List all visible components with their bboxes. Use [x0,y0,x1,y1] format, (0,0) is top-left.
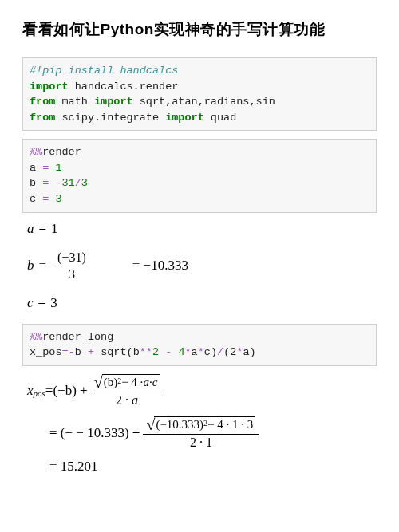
magic-prefix: %% [30,146,42,158]
var-a: a [27,221,34,237]
var-b: b [27,258,34,274]
pip-comment: #!pip install handcalcs [30,65,178,77]
fraction-numeric: √ (−10.333)2 − 4 · 1 · 3 2 · 1 [143,416,259,451]
sqrt-icon: √ (−10.333)2 − 4 · 1 · 3 [146,416,255,433]
kw-from: from [30,96,55,108]
code-cell-xpos: %%render long x_pos=-b + sqrt(b**2 - 4*a… [22,324,377,366]
final-result: = 15.201 [49,459,98,475]
sqrt-icon: √ (b)2 − 4 · a · c [94,374,160,391]
b-result: = −10.333 [132,258,188,274]
var-c: c [27,295,34,311]
math-output-vars: a = 1 b = (−31) 3 = −10.333 c = 3 [27,221,373,311]
step-numeric: = (− − 10.333) + [49,425,140,441]
fraction-symbolic: √ (b)2 − 4 · a · c 2 · a [91,374,164,408]
var-x: x [27,383,34,399]
kw-import: import [30,81,69,93]
code-cell-vars: %%render a = 1 b = -31/3 c = 3 [22,139,377,212]
math-output-xpos: xpos = (−b) + √ (b)2 − 4 · a · c 2 · a =… [27,374,373,475]
page-title: 看看如何让Python实现神奇的手写计算功能 [22,19,377,40]
code-cell-imports: #!pip install handcalcs import handcalcs… [22,57,377,131]
fraction: (−31) 3 [54,250,89,282]
import-module: handcalcs.render [69,81,179,93]
